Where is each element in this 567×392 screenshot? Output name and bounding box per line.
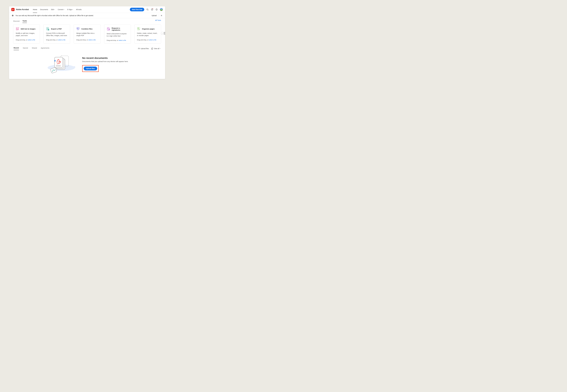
empty-illustration [46, 55, 77, 74]
svg-point-6 [13, 15, 13, 15]
card-title: Organize pages [142, 28, 155, 30]
tool-cards-row: Edit text & images Modify or add text, i… [9, 23, 165, 43]
nav-esign-label: E-Sign [67, 9, 72, 10]
select-file-link[interactable]: select a file [149, 39, 156, 41]
chevron-down-icon: ▾ [72, 9, 73, 10]
card-title: Request e-signatures [112, 27, 128, 31]
card-desc: Merge multiple files into a single PDF [76, 32, 98, 37]
empty-subtitle: Documents that you upload from any devic… [82, 60, 128, 62]
card-drop: Drag and drop, or select a file [76, 39, 98, 41]
main-nav: Home Documents Edit▾ Convert▾ E-Sign▾ Al… [33, 6, 82, 13]
recent-tabs: Recent Starred Shared Agreements Upload … [9, 43, 165, 50]
notification-dot [152, 8, 153, 9]
nav-right: Start free trial [130, 8, 163, 11]
acrobat-logo-icon [11, 8, 14, 11]
nav-documents-label: Documents [40, 9, 48, 10]
nav-esign[interactable]: E-Sign▾ [67, 6, 73, 13]
highlight-annotation: Upload files [82, 65, 99, 72]
svg-point-0 [147, 9, 148, 10]
card-drop: Drag and drop, or select a file [137, 39, 158, 41]
rtab-recent[interactable]: Recent [14, 47, 19, 50]
brand-name: Adobe Acrobat [16, 9, 29, 11]
upload-cloud-icon [138, 47, 140, 50]
edit-text-icon [16, 27, 19, 30]
subtab-discover[interactable]: Discover [13, 20, 20, 23]
nav-convert-label: Convert [58, 9, 63, 10]
close-icon[interactable] [161, 15, 162, 16]
view-all-label: View all [154, 48, 159, 49]
card-edit-text-images[interactable]: Edit text & images Modify or add text, i… [13, 25, 40, 43]
card-desc: Send a document to anyone to e-sign onli… [107, 33, 128, 37]
card-combine-files[interactable]: Combine files Merge multiple files into … [74, 25, 100, 43]
nav-documents[interactable]: Documents [40, 6, 48, 13]
svg-point-25 [73, 66, 75, 68]
rtab-shared[interactable]: Shared [32, 47, 37, 50]
card-title: Edit text & images [21, 28, 36, 30]
card-title: Export a PDF [51, 28, 62, 30]
select-file-link[interactable]: select a file [88, 39, 96, 41]
card-drop: Drag and drop, or select a file [46, 39, 68, 41]
card-drop: Drag and drop, or select a file [16, 39, 37, 41]
chevron-down-icon: ▾ [64, 9, 64, 10]
nav-home[interactable]: Home [33, 6, 37, 13]
nav-alltools[interactable]: All tools [76, 6, 82, 13]
card-drop: Drag and drop, or select a file [107, 40, 128, 41]
card-request-esignatures[interactable]: Request e-signatures Send a document to … [104, 25, 131, 43]
organize-pages-icon [137, 27, 140, 30]
esign-icon [107, 27, 110, 31]
export-pdf-icon [46, 27, 49, 30]
svg-rect-9 [16, 28, 19, 28]
tools-subtabs: Discover Tools All Tools [9, 18, 165, 23]
empty-text: No recent documents Documents that you u… [82, 56, 128, 72]
subtab-tools[interactable]: Tools [22, 20, 27, 23]
svg-rect-20 [138, 28, 138, 29]
select-file-link[interactable]: select a file [58, 39, 65, 41]
card-title: Combine files [81, 28, 92, 30]
upload-files-link[interactable]: Upload files [138, 47, 149, 50]
card-export-pdf[interactable]: Export a PDF Convert PDFs to Microsoft O… [43, 25, 70, 43]
upload-files-label: Upload files [141, 48, 149, 49]
card-desc: Convert PDFs to Microsoft Office files, … [46, 32, 68, 37]
chevron-down-icon: ▾ [54, 9, 55, 10]
start-trial-button[interactable]: Start free trial [130, 8, 144, 11]
select-file-link[interactable]: select a file [119, 40, 126, 41]
view-all-link[interactable]: View all ▾ [151, 47, 161, 50]
chevron-down-icon: ▾ [160, 48, 161, 49]
info-icon [12, 15, 14, 16]
combine-files-icon [76, 27, 80, 30]
nav-home-label: Home [33, 9, 37, 10]
svg-rect-23 [152, 48, 153, 49]
nav-alltools-label: All tools [76, 9, 82, 10]
search-icon[interactable] [146, 8, 149, 11]
banner-upload-link[interactable]: Upload [152, 15, 157, 16]
upload-files-button[interactable]: Upload files [84, 67, 97, 70]
svg-rect-10 [16, 29, 17, 30]
files-icon [151, 47, 153, 50]
svg-rect-29 [55, 57, 63, 68]
card-desc: Delete, rotate, extract, insert, or reor… [137, 32, 158, 37]
nav-edit-label: Edit [51, 9, 54, 10]
svg-rect-5 [13, 15, 13, 16]
info-banner: You can edit any Microsoft file right in… [9, 13, 165, 18]
nav-edit[interactable]: Edit▾ [51, 6, 55, 13]
banner-text: You can edit any Microsoft file right in… [15, 15, 94, 16]
card-organize-pages[interactable]: Organize pages Delete, rotate, extract, … [134, 25, 161, 43]
svg-line-1 [148, 10, 148, 10]
empty-state: No recent documents Documents that you u… [9, 50, 165, 74]
help-icon[interactable] [151, 8, 153, 11]
select-file-link[interactable]: select a file [28, 39, 35, 41]
all-tools-link[interactable]: All Tools [155, 19, 161, 21]
card-desc: Modify or add text, images, pages, and m… [16, 32, 37, 37]
rtab-starred[interactable]: Starred [23, 47, 28, 50]
rtab-agreements[interactable]: Agreements [41, 47, 49, 50]
compress-pdf-peek-icon [164, 32, 165, 35]
top-navbar: Adobe Acrobat Home Documents Edit▾ Conve… [9, 6, 165, 13]
nav-convert[interactable]: Convert▾ [58, 6, 64, 13]
svg-rect-21 [139, 28, 140, 29]
empty-title: No recent documents [82, 56, 128, 59]
bell-icon[interactable] [155, 8, 158, 11]
avatar[interactable] [160, 8, 163, 11]
